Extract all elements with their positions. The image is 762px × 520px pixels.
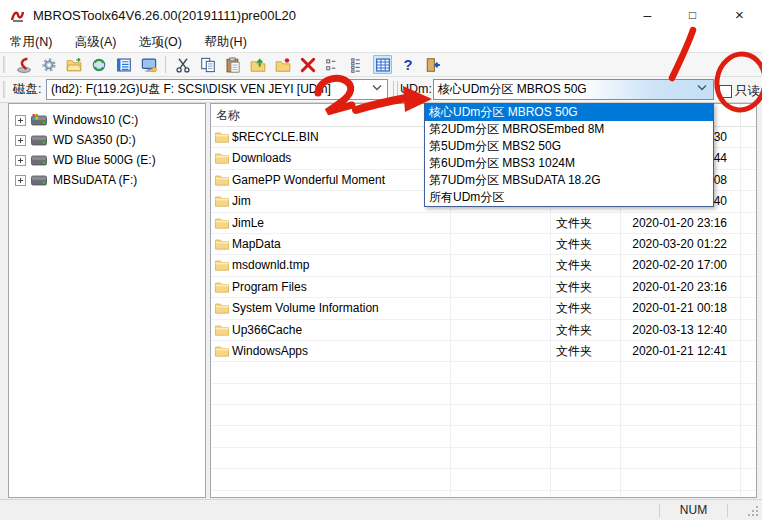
tree-item-wd-blue-500g-e[interactable]: WD Blue 500G (E:): [9, 150, 205, 170]
file-name-cell[interactable]: [211, 362, 451, 383]
new-folder-icon[interactable]: [273, 55, 292, 74]
expand-plus-icon[interactable]: [15, 155, 26, 166]
diskband-gripper[interactable]: [3, 81, 7, 98]
empty-list-row: [211, 491, 756, 498]
file-name-cell[interactable]: [211, 384, 451, 405]
file-list-row[interactable]: JimLe 文件夹 2020-01-20 23:16: [211, 213, 756, 234]
file-list-row[interactable]: MapData 文件夹 2020-03-20 01:22: [211, 234, 756, 255]
tree-item-label[interactable]: Windows10 (C:): [53, 110, 138, 130]
tree-item-windows10-c[interactable]: Windows10 (C:): [9, 110, 205, 130]
tree-item-wd-sa350-d[interactable]: WD SA350 (D:): [9, 130, 205, 150]
monitor-icon[interactable]: [139, 55, 158, 74]
filler-cell: [741, 491, 757, 498]
file-list-row[interactable]: WindowsApps 文件夹 2020-01-21 12:41: [211, 341, 756, 362]
tree-item-label[interactable]: WD Blue 500G (E:): [53, 150, 156, 170]
exit-icon[interactable]: [423, 55, 442, 74]
toolbar-gripper[interactable]: [3, 56, 7, 73]
file-name-cell[interactable]: MapData: [211, 234, 451, 255]
readonly-checkbox-group[interactable]: 只读: [719, 83, 760, 100]
close-button[interactable]: ×: [717, 0, 762, 32]
filler-cell: [741, 448, 757, 469]
list-view-icon[interactable]: [348, 55, 367, 74]
file-size-cell: [451, 213, 551, 234]
file-type-cell: [551, 448, 621, 469]
refresh-globe-icon[interactable]: [89, 55, 108, 74]
udm-combo-chevron-down-icon[interactable]: [697, 84, 707, 91]
help-icon[interactable]: ?: [398, 55, 417, 74]
file-name-cell[interactable]: msdownld.tmp: [211, 255, 451, 276]
file-name-cell[interactable]: [211, 491, 451, 498]
tree-item-label[interactable]: WD SA350 (D:): [53, 130, 136, 150]
file-size-cell: [451, 405, 551, 426]
file-size-cell: [451, 255, 551, 276]
tree-item-label[interactable]: MBSuDATA (F:): [53, 170, 137, 190]
menu-options[interactable]: 选项(O): [132, 33, 189, 53]
folder-up-icon[interactable]: [248, 55, 267, 74]
file-name-cell[interactable]: JimLe: [211, 213, 451, 234]
file-name-cell[interactable]: WindowsApps: [211, 341, 451, 362]
file-name-cell[interactable]: $RECYCLE.BIN: [211, 127, 451, 148]
file-list-row[interactable]: Up366Cache 文件夹 2020-03-13 12:40: [211, 320, 756, 341]
file-name-cell[interactable]: [211, 448, 451, 469]
open-folder-icon[interactable]: [64, 55, 83, 74]
udm-option-7[interactable]: 第7UDm分区 MBSuDATA 18.2G: [425, 172, 713, 189]
resize-grip[interactable]: [747, 505, 760, 518]
maximize-button[interactable]: □: [670, 0, 715, 32]
file-list-row[interactable]: Program Files 文件夹 2020-01-20 23:16: [211, 277, 756, 298]
disk-combobox[interactable]: (hd2): F(119.2G)U盘 F: SCSI\DISK VEN JEYI…: [46, 79, 388, 100]
minimize-button[interactable]: –: [625, 0, 670, 32]
file-type-cell: 文件夹: [551, 213, 621, 234]
file-list-row[interactable]: msdownld.tmp 文件夹 2020-02-20 17:00: [211, 255, 756, 276]
readonly-checkbox[interactable]: [719, 85, 732, 98]
report-view-icon[interactable]: [114, 55, 133, 74]
file-size-cell: [451, 234, 551, 255]
file-date-cell: [621, 384, 741, 405]
menu-common[interactable]: 常用(N): [3, 33, 59, 53]
file-name-cell[interactable]: Program Files: [211, 277, 451, 298]
udm-option-6[interactable]: 第6UDm分区 MBS3 1024M: [425, 155, 713, 172]
udm-option-2[interactable]: 第2UDm分区 MBROSEmbed 8M: [425, 121, 713, 138]
file-name-cell[interactable]: Jim: [211, 191, 451, 212]
small-icons-view-icon[interactable]: [323, 55, 342, 74]
file-type-cell: [551, 384, 621, 405]
file-name-cell[interactable]: [211, 469, 451, 490]
file-list-row[interactable]: System Volume Information 文件夹 2020-01-21…: [211, 298, 756, 319]
expand-plus-icon[interactable]: [15, 175, 26, 186]
expand-plus-icon[interactable]: [15, 115, 26, 126]
file-name-cell[interactable]: System Volume Information: [211, 298, 451, 319]
file-size-cell: [451, 277, 551, 298]
num-lock-indicator: NUM: [660, 500, 727, 520]
file-date-cell: 2020-01-20 23:16: [621, 213, 741, 234]
settings-gear-icon[interactable]: [39, 55, 58, 74]
udm-combobox[interactable]: 核心UDm分区 MBROS 50G: [433, 79, 714, 100]
write-flash-icon[interactable]: [14, 55, 33, 74]
file-name-cell[interactable]: GamePP Wonderful Moment: [211, 170, 451, 191]
disk-combo-chevron-down-icon[interactable]: [372, 84, 382, 91]
folder-icon: [215, 217, 229, 229]
udm-option-5[interactable]: 第5UDm分区 MBS2 50G: [425, 138, 713, 155]
file-name-cell[interactable]: [211, 426, 451, 447]
column-header-name[interactable]: 名称: [211, 104, 451, 127]
filler-cell: [741, 277, 757, 298]
delete-icon[interactable]: [298, 55, 317, 74]
file-name-cell[interactable]: [211, 405, 451, 426]
empty-list-row: [211, 384, 756, 405]
file-size-cell: [451, 448, 551, 469]
copy-icon[interactable]: [198, 55, 217, 74]
udm-option-all[interactable]: 所有UDm分区: [425, 189, 713, 206]
udm-option-core[interactable]: 核心UDm分区 MBROS 50G: [425, 104, 713, 121]
details-view-icon[interactable]: [373, 55, 392, 74]
file-name-cell[interactable]: Up366Cache: [211, 320, 451, 341]
file-type-cell: 文件夹: [551, 234, 621, 255]
expand-plus-icon[interactable]: [15, 135, 26, 146]
drive-icon: [31, 173, 47, 187]
menu-advanced[interactable]: 高级(A): [68, 33, 124, 53]
paste-icon[interactable]: [223, 55, 242, 74]
tree-item-mbsudata-f[interactable]: MBSuDATA (F:): [9, 170, 205, 190]
file-type-cell: 文件夹: [551, 320, 621, 341]
file-name-cell[interactable]: Downloads: [211, 148, 451, 169]
toolbar: ?: [0, 52, 762, 77]
file-size-cell: [451, 362, 551, 383]
cut-icon[interactable]: [173, 55, 192, 74]
menu-help[interactable]: 帮助(H): [197, 33, 253, 53]
